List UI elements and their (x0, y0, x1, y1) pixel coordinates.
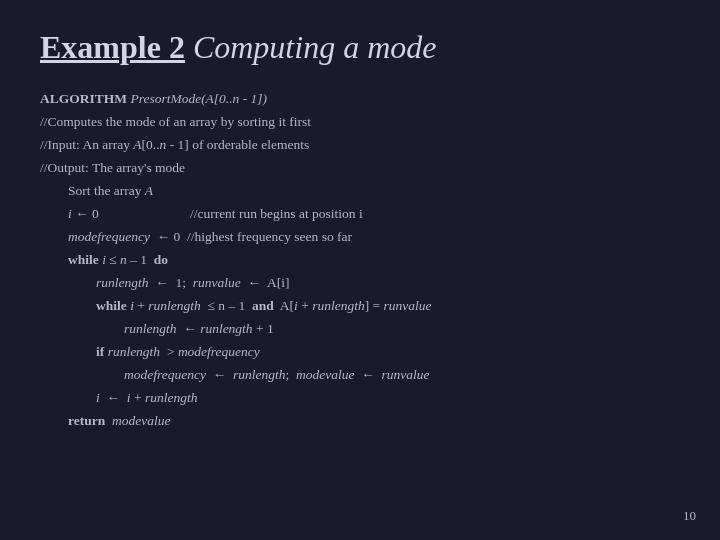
algo-sort: Sort the array A (40, 180, 680, 203)
algo-comment1: //Computes the mode of an array by sorti… (40, 111, 680, 134)
algo-signature: ALGORITHM PresortMode(A[0..n - 1]) (40, 88, 680, 111)
algo-if: if runlength > modefrequency (40, 341, 680, 364)
algo-comment2: //Input: An array A[0..n - 1] of orderab… (40, 134, 680, 157)
algo-i-update: i ← i + runlength (40, 387, 680, 410)
page-number: 10 (683, 508, 696, 524)
algo-modefreq-init: modefrequency ← 0 //highest frequency se… (40, 226, 680, 249)
algo-modefreq-update: modefrequency ← runlength; modevalue ← r… (40, 364, 680, 387)
algo-comment3: //Output: The array's mode (40, 157, 680, 180)
algo-return: return modevalue (40, 410, 680, 433)
algorithm-block: ALGORITHM PresortMode(A[0..n - 1]) //Com… (40, 88, 680, 432)
slide-title: Example 2 Computing a mode (40, 28, 680, 66)
algo-runlength-init: runlength ← 1; runvalue ← A[i] (40, 272, 680, 295)
slide-page: Example 2 Computing a mode ALGORITHM Pre… (0, 0, 720, 540)
title-rest: Computing a mode (193, 29, 437, 65)
title-example: Example 2 (40, 29, 185, 65)
algo-while1: while i ≤ n – 1 do (40, 249, 680, 272)
algo-i-init: i ← 0 //current run begins at position i (40, 203, 680, 226)
algo-while2: while i + runlength ≤ n – 1 and A[i + ru… (40, 295, 680, 318)
algo-runlength-inc: runlength ← runlength + 1 (40, 318, 680, 341)
